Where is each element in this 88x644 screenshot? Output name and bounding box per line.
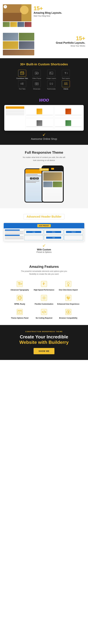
builder-zone-3: Search [64,230,83,234]
one-click-label: One Click Demo Import [59,289,78,291]
showcase-label: Showcase [33,88,40,90]
builder-zone-4 [24,235,43,240]
responsive-desc: No matter what kind of content you add, … [22,156,66,162]
browser-svg [65,308,72,316]
features-section: Amazing Features The powerful remarkable… [0,259,88,325]
phone-right-item-1 [43,182,52,187]
portfolio-item-3 [3,41,18,49]
cta-tag: CONSTRUCTION WORDPRESS THEME [3,331,85,332]
cta-title-highlight: Builderry [48,340,68,345]
woo-screen [4,105,84,131]
svg-point-21 [52,83,53,84]
portfolio-item-2 [19,33,34,41]
svg-rect-44 [18,310,22,311]
woo-product-4 [54,118,82,130]
tool-icon [20,82,24,86]
phone-right-screen [42,166,63,202]
builder-main: Logo Menu Search Cart [24,230,83,240]
portfolio-title: Great Portfolio Layouts. [36,41,85,44]
shortcodes-title: 30+ Built-in Custom Shortcodes [3,62,85,66]
high-speed-label: High-Speed Performance [34,289,54,291]
svg-rect-1 [21,72,22,72]
builder-add-preset-button[interactable]: ADD PRESET [37,224,51,227]
features-title: Amazing Features [3,265,85,269]
woo-sidebar [6,106,24,129]
coding-svg [40,308,48,316]
one-click-icon [64,280,72,288]
shortcodes-section: 30+ Built-in Custom Shortcodes 17 38 50 … [0,58,88,94]
svg-point-51 [68,311,69,313]
flexible-icon [40,294,48,302]
woo-sidebar-item-1 [6,110,24,110]
svg-point-20 [50,83,51,84]
woo-product-3 [26,118,54,130]
shortcodes-title-highlight: Custom [38,62,50,66]
browser-icon [64,308,72,316]
feature-advanced-typography: T Advanced Typography [8,280,31,291]
svg-marker-6 [36,72,37,74]
portfolio-section: 15+ Great Portfolio Layouts. Show Your W… [0,32,88,58]
blog-title: Amazing Blog Layouts. [34,12,85,14]
builder-panel-item-3 [5,233,24,234]
portfolio-item-4 [19,41,34,49]
advanced-typography-label: Advanced Typography [10,289,29,291]
video-icon [35,72,39,75]
shortcodes-title-end: Shortcodes [50,62,68,66]
phone-line-1 [26,174,38,175]
testimonials-label: Testimonials [47,88,56,90]
blog-main-image: " [3,4,32,22]
blog-small-images [3,22,32,27]
blog-thumb-2 [10,22,17,27]
text-icon-box: T [62,70,70,76]
high-speed-icon [40,280,48,288]
countdown-label: Countdown Tabs [16,78,28,79]
svg-rect-38 [41,295,47,301]
svg-rect-15 [22,84,23,84]
text-icon: T [64,72,68,75]
svg-rect-19 [37,84,38,85]
phone-right-content [42,171,63,202]
enhanced-ux-label: Enhanced User Experience [57,303,80,305]
phone-line-3 [26,180,40,182]
showcase-icon [35,82,39,86]
blog-number: 15+ [34,6,85,11]
phone-right-item-2 [53,182,62,187]
svg-point-23 [66,82,67,84]
woo-label-awesome: Awesome [31,138,42,140]
builder-screen: ADD PRESET Logo Menu Search [4,223,84,242]
cta-title: Create Your Incredible Website with Buil… [3,334,85,345]
svg-text:T: T [64,72,66,74]
blog-text: 15+ Amazing Blog Layouts. Start Your Blo… [34,4,85,17]
phone-left: 17 38 50 [24,168,44,202]
builder-subtitle: With Custom [3,248,85,251]
woo-product-line-3 [26,126,53,127]
features-grid: T Advanced Typography High-Speed Perform… [8,280,80,319]
builder-content: Logo Menu Search Cart [4,228,84,242]
image-icon-box [47,70,55,76]
flexible-label: Flexible Customization [35,303,54,305]
countdown-icon-box: 17 38 50 [18,70,26,76]
svg-text:17 38 50: 17 38 50 [21,73,24,74]
shortcode-text: T Text Layers [59,70,72,79]
enhanced-ux-icon [64,294,72,302]
cta-show-me-button[interactable]: SHOW ME [34,348,54,354]
woo-product-line-4 [55,126,82,127]
blog-section: " 15+ Amazing Blog Layouts. Start Your B… [0,0,88,32]
shortcode-clients: Clients [59,80,72,90]
showcase-icon-box [33,80,41,87]
woo-product-img-1 [36,108,42,114]
image-label: Image Layers [46,78,56,79]
builder-panel-item-4 [5,235,20,236]
woo-sidebar-item-3 [6,112,24,114]
svg-point-22 [64,82,66,84]
wpml-label: WPML Ready [14,303,25,305]
devices-container: ANY DEVICE 17 38 50 [3,166,85,202]
svg-rect-18 [35,84,36,85]
builder-title-post: Header Builder [41,215,61,218]
clients-label: Clients [64,88,68,90]
shortcode-video: Video Popup [30,70,44,79]
testimonials-icon [49,82,53,86]
responsive-title: Full Responsive Theme [3,150,85,154]
builder-panel [5,230,24,240]
svg-rect-7 [50,72,53,74]
